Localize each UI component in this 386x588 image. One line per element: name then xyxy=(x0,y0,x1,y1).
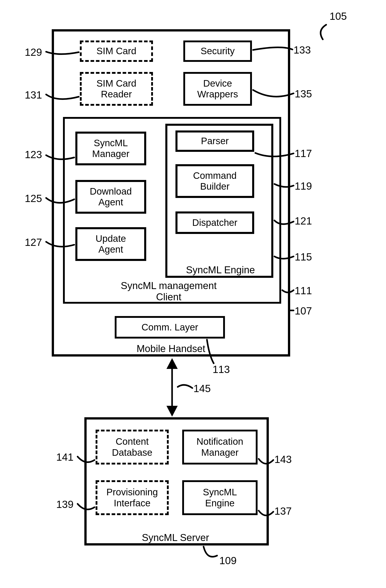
ref-127: 127 xyxy=(25,236,42,248)
ref-139: 139 xyxy=(56,498,74,510)
dispatcher-box: Dispatcher xyxy=(175,211,254,234)
syncml-server-engine-box: SyncML Engine xyxy=(182,480,257,515)
ref-119: 119 xyxy=(295,180,312,192)
ref-141: 141 xyxy=(56,451,74,463)
comm-layer-box: Comm. Layer xyxy=(115,316,225,338)
ref-107: 107 xyxy=(295,305,312,317)
ref-133: 133 xyxy=(294,44,311,56)
security-box: Security xyxy=(183,41,252,62)
svg-marker-2 xyxy=(167,406,178,417)
notification-manager-box: Notification Manager xyxy=(182,430,257,464)
ref-129: 129 xyxy=(25,46,42,58)
ref-125: 125 xyxy=(25,192,42,205)
parser-box: Parser xyxy=(175,130,254,152)
ref-123: 123 xyxy=(25,148,42,161)
ref-109: 109 xyxy=(219,554,237,567)
ref-131: 131 xyxy=(25,89,42,101)
device-wrappers-box: Device Wrappers xyxy=(183,72,252,106)
ref-135: 135 xyxy=(295,88,312,100)
ref-111: 111 xyxy=(295,285,312,297)
ref-113: 113 xyxy=(213,363,230,376)
svg-marker-1 xyxy=(167,358,178,369)
ref-115: 115 xyxy=(295,251,312,263)
ref-145: 145 xyxy=(193,382,211,395)
syncml-manager-box: SyncML Manager xyxy=(75,132,146,165)
ref-143: 143 xyxy=(275,453,292,465)
syncml-server-title: SyncML Server xyxy=(130,532,220,543)
update-agent-box: Update Agent xyxy=(75,227,146,261)
mobile-handset-title: Mobile Handset xyxy=(126,343,216,354)
command-builder-box: Command Builder xyxy=(175,164,254,198)
ref-117: 117 xyxy=(295,147,312,160)
sim-card-reader-box: SIM Card Reader xyxy=(80,72,153,106)
content-database-box: Content Database xyxy=(96,430,169,464)
syncml-client-title: SyncML management Client xyxy=(106,280,232,303)
provisioning-interface-box: Provisioning Interface xyxy=(96,480,169,515)
sim-card-box: SIM Card xyxy=(80,41,153,62)
ref-137: 137 xyxy=(275,505,292,517)
syncml-engine-title: SyncML Engine xyxy=(180,264,261,275)
ref-105: 105 xyxy=(330,10,347,22)
download-agent-box: Download Agent xyxy=(75,180,146,214)
ref-121: 121 xyxy=(295,215,312,227)
